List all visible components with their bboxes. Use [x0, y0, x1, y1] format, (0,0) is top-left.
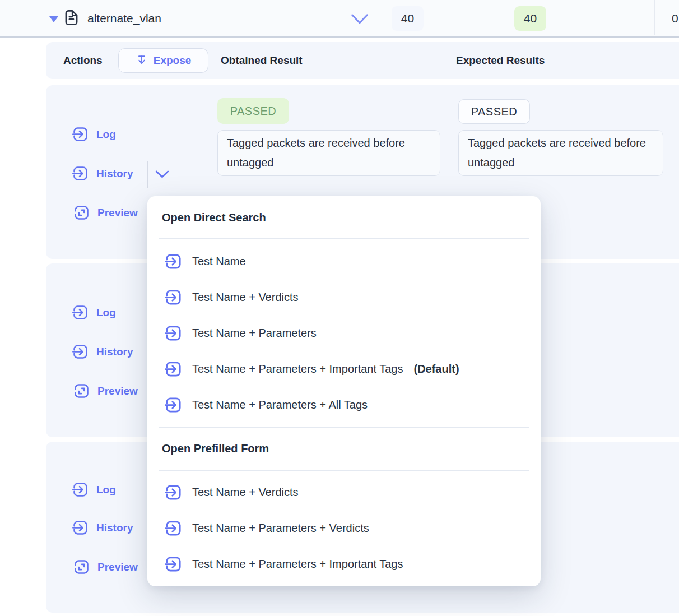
obtained-result-box: Tagged packets are received before untag… [217, 130, 440, 176]
preview-label: Preview [97, 561, 138, 573]
log-button[interactable]: Log [72, 481, 116, 498]
menu-item-test-name-parameters[interactable]: Test Name + Parameters [147, 315, 541, 351]
arrow-into-box-icon [164, 396, 183, 414]
log-label: Log [96, 484, 116, 496]
arrow-into-box-icon [72, 343, 89, 360]
menu-item-label: Test Name + Parameters + Verdicts [192, 522, 369, 535]
expose-button[interactable]: Expose [118, 48, 208, 73]
menu-item-prefilled-test-name-parameters-verdicts[interactable]: Test Name + Parameters + Verdicts [147, 510, 541, 546]
menu-divider [159, 238, 529, 239]
export-arrow-icon [136, 54, 148, 67]
expected-results-column-header: Expected Results [456, 42, 545, 79]
divider [147, 161, 148, 188]
log-label: Log [96, 307, 116, 319]
menu-item-label: Test Name + Parameters + Important Tags [192, 558, 403, 571]
actions-column-header: Actions [63, 42, 103, 79]
obtained-status-badge: PASSED [217, 98, 289, 124]
arrow-into-box-icon [164, 555, 183, 573]
parameter-row: alternate_vlan 40 40 0 [0, 0, 679, 38]
parameter-value-partial: 0 [672, 0, 678, 36]
chevron-down-icon[interactable] [350, 13, 369, 25]
preview-label: Preview [97, 385, 138, 397]
arrow-into-box-icon [72, 519, 89, 536]
history-dropdown-chevron-icon[interactable] [155, 169, 170, 179]
menu-item-label: Test Name + Parameters [192, 327, 317, 340]
log-button[interactable]: Log [72, 126, 116, 143]
arrow-into-box-icon [164, 252, 183, 271]
preview-button[interactable]: Preview [73, 558, 138, 576]
preview-button[interactable]: Preview [73, 204, 138, 221]
menu-item-label: Test Name + Parameters + All Tags [192, 399, 368, 411]
obtained-result-text: Tagged packets are received before untag… [227, 133, 431, 173]
preview-expand-icon [73, 204, 90, 221]
obtained-result-column-header: Obtained Result [221, 42, 303, 79]
column-divider [654, 0, 655, 35]
menu-item-test-name[interactable]: Test Name [147, 243, 541, 279]
arrow-into-box-icon [164, 483, 183, 502]
log-label: Log [96, 128, 116, 141]
arrow-into-box-icon [72, 165, 89, 182]
menu-item-prefilled-test-name-parameters-important-tags[interactable]: Test Name + Parameters + Important Tags [147, 546, 541, 582]
table-header-band: Actions Expose Obtained Result Expected … [46, 42, 679, 79]
menu-item-test-name-verdicts[interactable]: Test Name + Verdicts [147, 279, 541, 315]
preview-button[interactable]: Preview [73, 382, 138, 400]
menu-divider [159, 427, 529, 428]
arrow-into-box-icon [72, 481, 89, 498]
arrow-into-box-icon [164, 360, 183, 378]
menu-item-prefilled-test-name-verdicts[interactable]: Test Name + Verdicts [147, 474, 541, 510]
history-button[interactable]: History [72, 519, 133, 536]
history-label: History [96, 522, 133, 534]
history-button[interactable]: History [72, 343, 133, 360]
history-button[interactable]: History [72, 165, 133, 182]
menu-item-test-name-parameters-important-tags-default[interactable]: Test Name + Parameters + Important Tags … [147, 351, 541, 387]
menu-divider [159, 470, 529, 471]
preview-expand-icon [73, 558, 90, 576]
expected-result-box: Tagged packets are received before untag… [458, 130, 663, 176]
parameter-value-chip: 40 [392, 6, 424, 31]
parameter-value-chip-green: 40 [514, 6, 546, 31]
page: alternate_vlan 40 40 0 Actions Expose Ob… [0, 0, 679, 616]
file-icon [62, 8, 81, 27]
menu-section-title-prefilled-form: Open Prefilled Form [162, 432, 269, 465]
menu-section-title-direct-search: Open Direct Search [162, 201, 266, 234]
menu-item-label: Test Name + Parameters + Important Tags [192, 363, 403, 376]
menu-item-label: Test Name [192, 255, 246, 268]
arrow-into-box-icon [164, 519, 183, 538]
history-label: History [96, 168, 133, 180]
arrow-into-box-icon [72, 126, 89, 143]
preview-expand-icon [73, 382, 90, 400]
column-divider [379, 0, 379, 35]
arrow-into-box-icon [164, 324, 183, 342]
arrow-into-box-icon [72, 304, 89, 321]
menu-item-label: Test Name + Verdicts [192, 486, 299, 499]
log-button[interactable]: Log [72, 304, 116, 321]
parameter-name[interactable]: alternate_vlan [87, 0, 161, 36]
history-dropdown-menu: Open Direct Search Test Name Test Name +… [147, 196, 541, 586]
menu-item-label: Test Name + Verdicts [192, 291, 299, 304]
expected-result-text: Tagged packets are received before untag… [468, 133, 654, 173]
menu-item-suffix: (Default) [413, 363, 459, 376]
menu-item-test-name-parameters-all-tags[interactable]: Test Name + Parameters + All Tags [147, 387, 541, 423]
column-divider [501, 0, 501, 35]
preview-label: Preview [97, 207, 138, 219]
history-label: History [96, 346, 133, 358]
arrow-into-box-icon [164, 288, 183, 307]
expand-caret-icon[interactable] [49, 16, 58, 22]
expose-label: Expose [154, 54, 192, 67]
expected-status-badge: PASSED [458, 99, 530, 124]
